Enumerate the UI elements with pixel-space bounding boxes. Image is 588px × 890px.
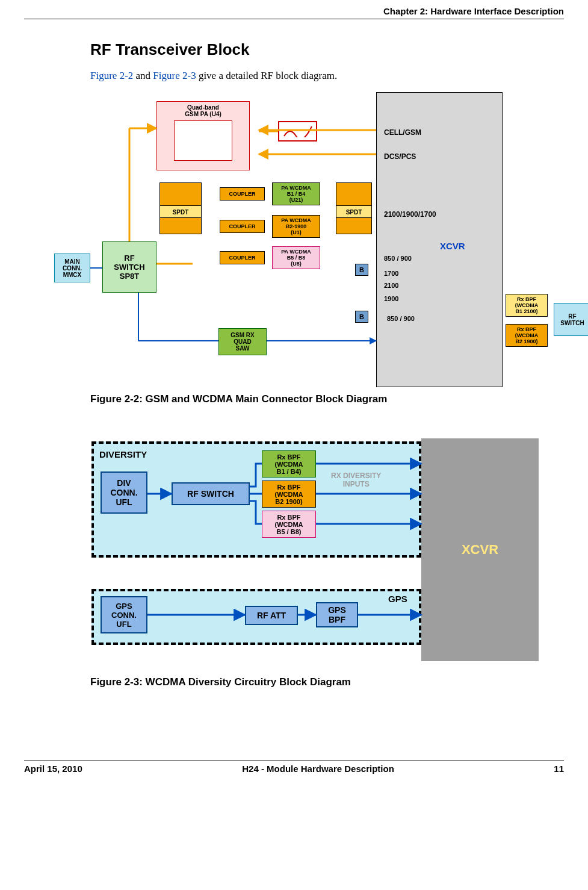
spdt-left-top [159, 182, 202, 207]
section-title: RF Transceiver Block [90, 40, 564, 59]
port-dcs-pcs: DCS/PCS [384, 152, 416, 161]
port-2100-1900-1700: 2100/1900/1700 [384, 210, 436, 219]
figure-2-2: XCVR CELL/GSM DCS/PCS 2100/1900/1700 850… [54, 92, 530, 387]
rxbpf-b1-2100: Rx BPF (WCDMA B1 2100) [506, 294, 548, 317]
diversity-label: DIVERSITY [99, 449, 147, 459]
port-2100: 2100 [384, 282, 398, 289]
rf-switch-right: RF SWITCH [554, 303, 588, 336]
port-cell-gsm: CELL/GSM [384, 128, 421, 137]
gps-bpf: GPS BPF [316, 602, 358, 627]
spdt-right-bot [336, 217, 372, 234]
port-850-900: 850 / 900 [384, 255, 412, 262]
intro-text: Figure 2-2 and Figure 2-3 give a detaile… [90, 70, 564, 82]
balun-b2: B [355, 311, 368, 323]
pa-wcdma-b5b8: PA WCDMA B5 / B8 (U8) [272, 246, 320, 269]
footer-doc: H24 - Module Hardware Description [242, 764, 394, 774]
filter-icon [278, 121, 317, 142]
rxbpf-b2-1900: Rx BPF (WCDMA B2 1900) [506, 324, 548, 347]
coupler-2: COUPLER [220, 220, 265, 233]
footer-date: April 15, 2010 [24, 764, 82, 774]
chapter-header: Chapter 2: Hardware Interface Descriptio… [24, 6, 564, 19]
figure-2-3-caption: Figure 2-3: WCDMA Diversity Circuitry Bl… [90, 676, 564, 688]
port-1900: 1900 [384, 295, 398, 302]
figure-link-1[interactable]: Figure 2-2 [90, 70, 133, 81]
spdt-left: SPDT [159, 205, 202, 219]
xcvr2-block: XCVR [421, 438, 539, 661]
xcvr2-label: XCVR [462, 542, 498, 558]
pa-wcdma-b2: PA WCDMA B2-1900 (U1) [272, 215, 320, 238]
coupler-3: COUPLER [220, 251, 265, 264]
figure-2-3: XCVR DIVERSITY DIV CONN. UFL RF SWITCH R… [72, 438, 548, 661]
spdt-right-top [336, 182, 372, 207]
figure-link-2[interactable]: Figure 2-3 [153, 70, 196, 81]
port-1700: 1700 [384, 270, 398, 277]
figure-2-2-caption: Figure 2-2: GSM and WCDMA Main Connector… [90, 393, 564, 405]
page-footer: April 15, 2010 H24 - Module Hardware Des… [24, 761, 564, 774]
quad-band-label: Quad-band GSM PA (U4) [185, 104, 221, 117]
intro-mid: and [133, 70, 153, 81]
gps-conn-ufl: GPS CONN. UFL [101, 596, 147, 633]
quad-band-inner-icon [174, 120, 232, 161]
intro-post: give a detailed RF block diagram. [196, 70, 338, 81]
spdt-left-bot [159, 217, 202, 234]
coupler-1: COUPLER [220, 187, 265, 201]
rxbpf-div-b5b8: Rx BPF (WCDMA B5 / B8) [262, 511, 316, 538]
port-850-900-b: 850 / 900 [387, 315, 415, 322]
rf-switch-sp8t: RF SWITCH SP8T [102, 241, 156, 293]
rx-diversity-inputs: RX DIVERSITY INPUTS [331, 471, 381, 488]
main-conn-mmcx: MAIN CONN. MMCX [54, 254, 90, 282]
xcvr-label: XCVR [440, 241, 465, 251]
rxbpf-div-b2: Rx BPF (WCDMA B2 1900) [262, 481, 316, 508]
spdt-right: SPDT [336, 205, 372, 219]
quad-band-pa: Quad-band GSM PA (U4) [156, 101, 250, 170]
rf-switch-div: RF SWITCH [172, 482, 250, 505]
balun-b1: B [355, 264, 368, 276]
footer-page: 11 [554, 764, 564, 774]
rxbpf-div-b1b4: Rx BPF (WCDMA B1 / B4) [262, 450, 316, 478]
rf-att: RF ATT [245, 606, 298, 625]
div-conn-ufl: DIV CONN. UFL [101, 471, 147, 514]
gps-label: GPS [388, 594, 407, 604]
pa-wcdma-b1b4: PA WCDMA B1 / B4 (U21) [272, 182, 320, 205]
gsm-rx-quad-saw: GSM RX QUAD SAW [218, 328, 267, 355]
